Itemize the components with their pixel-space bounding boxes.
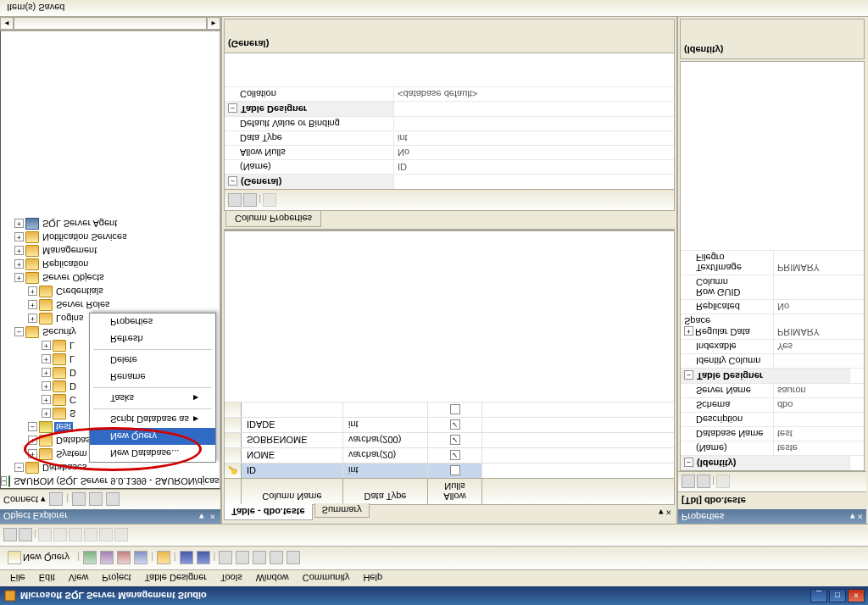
col-header-type[interactable]: Data Type [343, 479, 428, 504]
pp-icon-3[interactable] [716, 475, 730, 489]
menu-window[interactable]: Window [249, 572, 296, 586]
tb2-icon-3[interactable] [38, 529, 52, 542]
cp-value[interactable]: int [394, 131, 674, 145]
tree-toggle[interactable]: + [42, 369, 51, 378]
sub-node[interactable]: D [68, 368, 78, 378]
cp-category-general[interactable]: −(General) [225, 175, 394, 189]
tab-summary[interactable]: Summary [314, 503, 370, 518]
menu-tasks[interactable]: Tasks▶ [90, 390, 215, 407]
toolbar-icon-8[interactable] [270, 552, 283, 565]
tree-toggle[interactable]: + [28, 450, 37, 459]
pp-value[interactable]: test [774, 427, 864, 441]
cp-icon-3[interactable] [263, 193, 276, 207]
pp-value[interactable]: PRIMARY [774, 314, 864, 339]
allow-nulls-checkbox[interactable]: ✓ [450, 420, 460, 430]
oe-close-icon[interactable]: × [209, 512, 217, 522]
row-header[interactable] [225, 448, 242, 463]
menu-help[interactable]: Help [356, 572, 389, 586]
pp-category-table-designer[interactable]: −Table Designer [681, 369, 850, 383]
cp-sort-icon[interactable] [228, 193, 242, 207]
pp-close-icon[interactable]: × [858, 512, 863, 522]
tree-toggle[interactable]: + [42, 396, 51, 405]
tree-toggle[interactable]: + [14, 274, 24, 283]
pp-value[interactable]: No [774, 300, 864, 314]
connect-button[interactable]: Connect ▾ [3, 494, 46, 505]
sub-node[interactable]: C [68, 395, 78, 405]
oe-tb-icon-2[interactable] [72, 493, 86, 507]
allow-nulls-checkbox[interactable] [450, 466, 460, 476]
cell-type[interactable]: int [343, 463, 428, 478]
table-row[interactable]: 🔑 ID int [225, 463, 674, 478]
pp-value[interactable]: teste [774, 441, 864, 455]
oe-hscroll[interactable]: ◄ ► [0, 17, 220, 31]
pp-value[interactable]: Yes [774, 340, 864, 353]
logins-node[interactable]: Logins [54, 314, 85, 324]
tree-toggle[interactable]: + [14, 260, 24, 269]
menu-new-database[interactable]: New Database... [90, 445, 215, 462]
toolbar-icon-3[interactable] [117, 552, 131, 565]
menu-view[interactable]: View [62, 572, 96, 586]
menu-new-query[interactable]: New Query [90, 428, 215, 445]
column-properties-tab[interactable]: Column Properties [225, 211, 321, 227]
security-node[interactable]: Security [41, 327, 78, 337]
test-db-node[interactable]: test [54, 422, 73, 432]
toolbar-icon-6[interactable] [236, 552, 249, 565]
menu-project[interactable]: Project [95, 572, 137, 586]
cell-type[interactable]: varchar(200) [343, 433, 428, 447]
tree-toggle[interactable]: + [14, 219, 24, 229]
tb2-icon-1[interactable] [3, 529, 17, 542]
pp-value[interactable]: PRIMARY [774, 251, 864, 275]
cell-type[interactable]: varchar(20) [343, 448, 428, 463]
server-roles-node[interactable]: Server Roles [54, 300, 112, 310]
new-query-button[interactable]: New Query [3, 549, 74, 568]
maximize-button[interactable]: □ [829, 589, 846, 602]
pp-value[interactable] [774, 275, 864, 299]
tree-toggle[interactable]: + [28, 287, 37, 297]
menu-rename[interactable]: Rename [90, 369, 215, 386]
menu-script-database[interactable]: Script Database as▶ [90, 411, 215, 428]
minimize-button[interactable]: _ [810, 589, 827, 602]
replication-node[interactable]: Replication [41, 259, 90, 269]
tree-toggle[interactable]: + [28, 314, 37, 324]
sub-node[interactable]: L [68, 341, 76, 351]
pp-value[interactable]: sauron [774, 384, 864, 397]
tb2-icon-4[interactable] [53, 529, 67, 542]
table-row[interactable]: SOBRENOME varchar(200) ✓ [225, 432, 674, 447]
tb2-icon-8[interactable] [114, 529, 128, 542]
tree-toggle[interactable]: + [42, 409, 51, 419]
cell-name[interactable]: NOME [242, 448, 343, 463]
table-row[interactable]: IDADE int ✓ [225, 417, 674, 432]
management-node[interactable]: Management [41, 246, 98, 256]
sub-node[interactable]: S [68, 408, 77, 419]
properties-grid[interactable]: −(Identity) (Name)testeDatabase Nametest… [680, 61, 865, 471]
row-header[interactable]: 🔑 [225, 463, 242, 478]
menu-edit[interactable]: Edit [32, 572, 62, 586]
pp-category-identity[interactable]: −(Identity) [681, 456, 850, 470]
server-node[interactable]: SAURON (SQL Server 9.0.1399 - SAURON/djc… [12, 476, 220, 486]
pp-alpha-icon[interactable] [697, 475, 710, 489]
tree-toggle[interactable]: − [14, 328, 24, 337]
menu-delete[interactable]: Delete [90, 352, 215, 369]
cp-value[interactable]: No [394, 146, 674, 159]
tree-toggle[interactable]: − [14, 463, 24, 473]
toolbar-icon-5[interactable] [219, 552, 232, 565]
menu-properties[interactable]: Properties [90, 314, 215, 330]
tabs-menu-icon[interactable]: ▾ × [655, 505, 675, 519]
allow-nulls-checkbox[interactable] [450, 405, 460, 415]
toolbar-icon-1[interactable] [83, 552, 97, 565]
tb2-icon-7[interactable] [99, 529, 113, 542]
cell-name[interactable]: IDADE [242, 418, 343, 432]
tree-toggle[interactable]: − [28, 423, 37, 432]
menu-community[interactable]: Community [296, 572, 357, 586]
oe-pin-icon[interactable]: ▾ [198, 512, 206, 522]
scroll-left-icon[interactable]: ◄ [0, 17, 14, 30]
menu-tools[interactable]: Tools [214, 572, 249, 586]
menu-table-designer[interactable]: Table Designer [138, 572, 214, 586]
table-row[interactable]: NOME varchar(20) ✓ [225, 447, 674, 463]
scroll-right-icon[interactable]: ► [207, 17, 220, 30]
open-icon[interactable] [157, 552, 170, 565]
toolbar-icon-9[interactable] [287, 552, 300, 565]
tree-toggle[interactable]: + [42, 382, 51, 391]
tree-toggle[interactable]: + [28, 436, 37, 446]
column-properties-grid[interactable]: −(General) (Name)IDAllow NullsNoData Typ… [224, 53, 675, 189]
